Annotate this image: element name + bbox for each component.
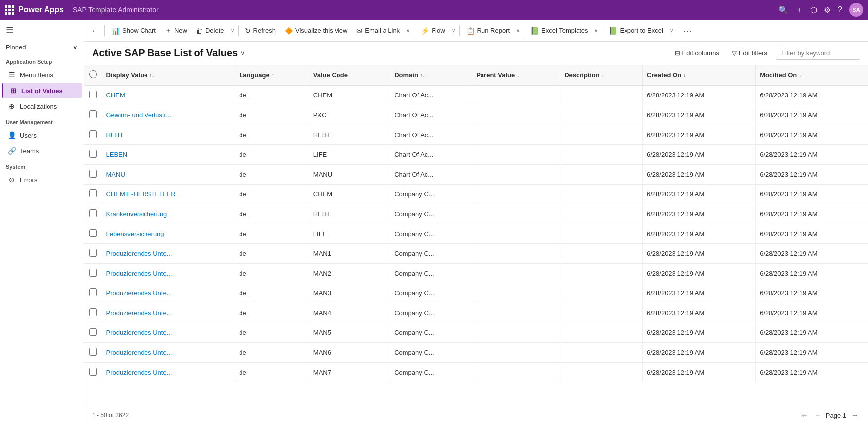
col-parent-value[interactable]: Parent Value ↓ [472, 65, 560, 85]
show-chart-button[interactable]: 📊 Show Chart [107, 24, 160, 37]
run-report-button[interactable]: 📋 Run Report [462, 24, 514, 37]
sidebar-item-users[interactable]: 👤 Users [2, 128, 82, 142]
flow-button[interactable]: ⚡ Flow [417, 24, 449, 37]
display-value-link[interactable]: CHEM [106, 92, 125, 99]
delete-dropdown-chevron[interactable]: ∨ [229, 25, 236, 36]
cell-parent-value [472, 224, 560, 244]
row-checkbox[interactable] [89, 249, 97, 257]
flow-dropdown-chevron[interactable]: ∨ [450, 25, 457, 36]
display-value-link[interactable]: Produzierendes Unte... [106, 289, 172, 297]
visualize-button[interactable]: 🔶 Visualize this view [281, 24, 351, 37]
edit-columns-button[interactable]: ⊟ Edit columns [671, 47, 723, 59]
cell-modified-on: 6/28/2023 12:19 AM [756, 343, 868, 363]
more-options-icon[interactable]: ⋯ [680, 23, 695, 38]
col-value-code[interactable]: Value Code ↓ [309, 65, 390, 85]
row-checkbox[interactable] [89, 328, 97, 336]
sidebar-hamburger-icon[interactable]: ☰ [0, 20, 84, 41]
display-value-link[interactable]: HLTH [106, 131, 123, 139]
display-value-link[interactable]: Krankenversicherung [106, 210, 167, 218]
visualize-label: Visualize this view [295, 27, 347, 34]
new-button[interactable]: ＋ New [161, 24, 191, 38]
view-dropdown-chevron-icon[interactable]: ∨ [241, 49, 245, 57]
help-icon[interactable]: ? [838, 5, 842, 14]
cell-description [560, 343, 643, 363]
row-checkbox[interactable] [89, 150, 97, 158]
col-description[interactable]: Description ↓ [560, 65, 643, 85]
search-icon[interactable]: 🔍 [778, 5, 788, 15]
sidebar-item-list-of-values[interactable]: ⊞ List of Values [2, 83, 82, 98]
email-link-button[interactable]: ✉ Email a Link [352, 24, 404, 37]
row-checkbox[interactable] [89, 189, 97, 197]
table-row: Produzierendes Unte... de MAN7 Company C… [84, 363, 868, 382]
export-to-excel-button[interactable]: 📗 Export to Excel [605, 24, 667, 37]
app-title[interactable]: Power Apps [18, 5, 64, 14]
display-value-link[interactable]: Produzierendes Unte... [106, 369, 172, 376]
sidebar-item-errors[interactable]: ⊙ Errors [2, 172, 82, 187]
col-created-on[interactable]: Created On ↓ [643, 65, 756, 85]
row-checkbox[interactable] [89, 368, 97, 376]
export-dropdown-chevron[interactable]: ∨ [668, 25, 675, 36]
cell-parent-value [472, 105, 560, 125]
filter-by-keyword-input[interactable] [776, 47, 860, 60]
list-of-values-icon: ⊞ [9, 87, 17, 94]
sidebar-item-teams[interactable]: 🔗 Teams [2, 143, 82, 158]
plus-icon[interactable]: ＋ [795, 5, 803, 15]
edit-filters-button[interactable]: ▽ Edit filters [728, 47, 771, 59]
refresh-button[interactable]: ↻ Refresh [241, 24, 280, 37]
excel-templates-button[interactable]: 📗 Excel Templates [527, 24, 592, 37]
row-checkbox[interactable] [89, 91, 97, 98]
settings-icon[interactable]: ⚙ [824, 5, 831, 15]
row-checkbox[interactable] [89, 269, 97, 277]
email-dropdown-chevron[interactable]: ∨ [405, 25, 411, 36]
select-all-checkbox[interactable] [89, 70, 97, 78]
row-checkbox[interactable] [89, 170, 97, 178]
sidebar-item-menu-items[interactable]: ☰ Menu Items [2, 67, 82, 82]
first-page-button[interactable]: ⇤ [799, 410, 809, 420]
col-language[interactable]: Language ↑ [235, 65, 309, 85]
col-display-value[interactable]: Display Value ↑↓ [102, 65, 235, 85]
display-value-link[interactable]: Produzierendes Unte... [106, 309, 172, 317]
col-modified-on[interactable]: Modified On ↓ [756, 65, 868, 85]
display-value-link[interactable]: Produzierendes Unte... [106, 250, 172, 257]
excel-templates-icon: 📗 [530, 27, 539, 35]
run-report-dropdown-chevron[interactable]: ∨ [515, 25, 521, 36]
teams-icon: 🔗 [8, 147, 16, 155]
cell-description [560, 224, 643, 244]
display-value-link[interactable]: Gewinn- und Verlustr... [106, 111, 172, 119]
apps-grid-icon[interactable] [5, 5, 14, 15]
filter-icon[interactable]: ⬡ [810, 5, 817, 15]
display-value-link[interactable]: Lebensversicherung [106, 230, 164, 237]
display-value-link[interactable]: MANU [106, 171, 125, 178]
row-checkbox-cell [84, 165, 102, 185]
delete-button[interactable]: 🗑 Delete [192, 24, 228, 37]
email-label: Email a Link [365, 27, 400, 34]
new-label: New [174, 27, 187, 34]
display-value-link[interactable]: Produzierendes Unte... [106, 329, 172, 336]
excel-templates-dropdown-chevron[interactable]: ∨ [593, 25, 599, 36]
cell-domain: Chart Of Ac... [390, 105, 472, 125]
row-checkbox[interactable] [89, 308, 97, 316]
row-checkbox[interactable] [89, 229, 97, 237]
view-title: Active SAP Base List of Values [92, 47, 238, 59]
display-value-link[interactable]: Produzierendes Unte... [106, 349, 172, 356]
avatar[interactable]: SA [849, 3, 863, 17]
cell-display-value: LEBEN [102, 145, 235, 165]
row-checkbox[interactable] [89, 209, 97, 217]
sidebar-item-localizations[interactable]: ⊕ Localizations [2, 99, 82, 114]
cell-created-on: 6/28/2023 12:19 AM [643, 224, 756, 244]
cell-parent-value [472, 145, 560, 165]
display-value-link[interactable]: Produzierendes Unte... [106, 270, 172, 277]
row-checkbox[interactable] [89, 110, 97, 118]
col-domain[interactable]: Domain ↑↓ [390, 65, 472, 85]
next-page-button[interactable]: → [849, 410, 860, 420]
row-checkbox[interactable] [89, 130, 97, 138]
back-button[interactable]: ← [87, 24, 102, 37]
row-checkbox[interactable] [89, 348, 97, 356]
prev-page-button[interactable]: ← [812, 410, 823, 420]
display-value-link[interactable]: LEBEN [106, 151, 128, 158]
row-checkbox[interactable] [89, 288, 97, 296]
menu-items-icon: ☰ [8, 71, 16, 79]
cell-language: de [235, 204, 309, 224]
display-value-link[interactable]: CHEMIE-HERSTELLER [106, 190, 176, 198]
sidebar-pinned[interactable]: Pinned ∨ [0, 41, 84, 54]
